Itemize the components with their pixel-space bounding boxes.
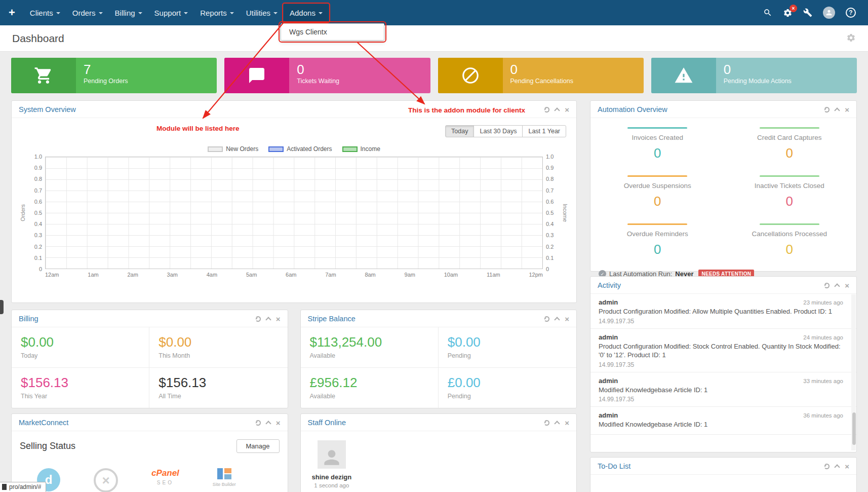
close-icon[interactable]: × [565,106,569,113]
refresh-icon[interactable] [824,107,830,112]
amount: £0.00 [448,375,567,391]
close-icon[interactable]: × [845,282,849,289]
stat-value: 0 [510,63,636,77]
close-icon[interactable]: × [845,106,849,113]
cpanel-seo-logo[interactable]: cPanel SEO [151,468,179,485]
x-tick-label: 4am [207,272,217,278]
activity-entry: admin 33 minutes ago Modified Knowledgeb… [590,372,856,407]
y-axis-title-right: Income [561,157,569,269]
activity-time: 36 minutes ago [803,412,843,419]
help-icon[interactable]: ? [846,8,856,18]
search-icon[interactable] [763,8,772,17]
activity-time: 24 minutes ago [803,334,843,340]
plus-logo-icon[interactable]: + [0,6,24,19]
collapse-icon[interactable] [835,107,840,113]
nav-item-addons[interactable]: Addons Wgs Clientx [284,4,329,22]
stat-label: Pending Module Actions [724,78,849,85]
ox-app-suite-logo[interactable]: × [94,468,118,492]
legend-label: New Orders [226,145,258,153]
ban-icon [438,58,503,93]
staff-name: shine dezign [312,473,352,481]
amount-label: Today [21,352,140,359]
refresh-icon[interactable] [255,420,261,426]
refresh-icon[interactable] [824,464,830,469]
amount-label: Pending [448,352,567,359]
close-icon[interactable]: × [565,419,569,427]
dropdown-item-wgs-clientx[interactable]: Wgs Clientx [281,24,384,40]
range-button-last-30-days[interactable]: Last 30 Days [474,125,523,137]
range-button-today[interactable]: Today [445,125,474,137]
amount-label: Available [310,352,429,359]
x-tick-label: 8am [365,272,375,278]
refresh-icon[interactable] [824,283,830,288]
panel-header-icons: × [255,315,281,323]
collapse-icon[interactable] [835,283,840,289]
collapse-icon[interactable] [265,317,271,322]
amount: $0.00 [21,334,140,350]
panel-title: System Overview [19,105,544,113]
panel-header: MarketConnect × [12,414,288,431]
stat-value: 7 [84,63,209,77]
close-icon[interactable]: × [276,419,281,427]
panel-header-icons: × [824,463,849,470]
refresh-icon[interactable] [255,316,261,322]
stat-pending-orders[interactable]: 7 Pending Orders [11,58,217,93]
activity-user[interactable]: admin [599,298,618,306]
automation-stat: Credit Card Captures 0 [729,127,851,161]
legend-label: Income [361,145,380,153]
activity-ip: 14.99.197.35 [599,318,843,325]
system-overview-body: Today Last 30 Days Last 1 Year New Order… [12,118,576,278]
y-axis-title-left: Orders [19,157,27,269]
stats-row: 7 Pending Orders 0 Tickets Waiting 0 Pen… [11,58,857,93]
x-tick-label: 5am [246,272,257,278]
activity-user[interactable]: admin [599,377,618,385]
collapse-icon[interactable] [555,107,560,113]
collapse-icon[interactable] [265,421,271,426]
collapse-icon[interactable] [555,317,560,322]
account-avatar-icon[interactable] [823,7,835,19]
close-icon[interactable]: × [276,315,281,323]
wrench-icon[interactable] [803,8,812,17]
nav-item[interactable]: Reports [194,4,240,22]
panel-header-icons: × [544,106,569,113]
stat-pending-cancellations[interactable]: 0 Pending Cancellations [438,58,644,93]
activity-user[interactable]: admin [599,333,618,341]
panel-title: Activity [598,281,824,289]
nav-item[interactable]: Billing [109,4,148,22]
scrollbar-thumb[interactable] [852,412,856,445]
system-settings-gears-icon[interactable]: × [783,8,793,18]
manage-button[interactable]: Manage [236,439,280,453]
collapse-icon[interactable] [555,421,560,426]
close-icon[interactable]: × [565,315,569,323]
stat-label: Cancellations Processed [729,230,851,238]
navbar-icons: × ? [763,7,868,19]
panel-header: Staff Online × [301,414,577,431]
marketconnect-top: Selling Status Manage [12,431,288,453]
refresh-icon[interactable] [544,107,549,112]
y-tick-label: 0.6 [30,199,42,205]
refresh-icon[interactable] [544,420,549,426]
chevron-down-icon [319,12,323,14]
site-builder-logo[interactable]: Site Builder [213,468,236,487]
close-icon[interactable]: × [845,463,849,470]
range-button-last-1-year[interactable]: Last 1 Year [522,125,566,137]
nav-item[interactable]: Orders [66,4,109,22]
automation-stat: Cancellations Processed 0 [729,223,851,257]
collapse-icon[interactable] [835,464,840,470]
amount: $113,254.00 [310,334,429,350]
stat-tickets-waiting[interactable]: 0 Tickets Waiting [224,58,430,93]
refresh-icon[interactable] [544,316,549,322]
x-axis-ticks: 12am1am2am3am4am5am6am7am8am9am10am11am1… [45,272,543,278]
nav-item[interactable]: Support [148,4,194,22]
cart-icon [11,58,76,93]
activity-entry-head: admin 23 minutes ago [599,298,843,306]
activity-entry: admin 36 minutes ago Modified Knowledgeb… [590,407,856,435]
nav-item[interactable]: Utilities [240,4,284,22]
nav-item[interactable]: Clients [24,4,66,22]
activity-user[interactable]: admin [599,411,618,419]
y-tick-label: 0.3 [546,232,558,238]
site-builder-icon [217,468,231,479]
dashboard-settings-gear-icon[interactable] [846,33,856,44]
stat-pending-module-actions[interactable]: 0 Pending Module Actions [651,58,857,93]
x-tick-label: 6am [286,272,296,278]
